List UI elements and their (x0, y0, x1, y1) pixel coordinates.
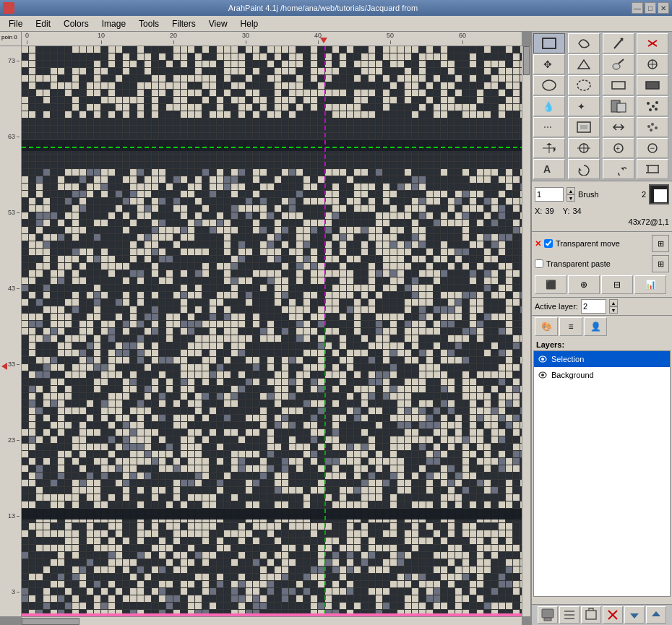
scrollbar-v-thumb[interactable] (523, 46, 530, 75)
layer-btn-4[interactable]: 📊 (634, 275, 666, 294)
layer-visibility-selection[interactable] (537, 353, 548, 365)
ruler-v-tick-43: 43 (8, 285, 20, 292)
titlebar-icon (3, 2, 14, 14)
zoom-in-tool[interactable]: + (603, 138, 634, 158)
magic-wand-tool[interactable]: ✦ (568, 96, 600, 116)
layer-icon-btn-1[interactable]: 🎨 (535, 317, 558, 336)
scrollbar-h-thumb[interactable] (22, 618, 79, 625)
svg-point-12 (577, 80, 590, 90)
layer-btn-2[interactable]: ⊕ (568, 275, 600, 294)
layers-label: Layers: (533, 339, 671, 350)
menu-item-filters[interactable]: Filters (166, 17, 202, 30)
bottom-btn-1[interactable] (538, 606, 558, 624)
layer-icon-btn-3[interactable]: 👤 (584, 317, 607, 336)
active-layer-spinbox[interactable]: 2 (581, 299, 606, 314)
maximize-button[interactable]: □ (645, 2, 656, 14)
svg-text:✥: ✥ (543, 59, 552, 70)
transparent-move-row: ✕ Transparent move ⊞ (535, 233, 669, 254)
zoom-out-tool[interactable]: − (637, 138, 668, 158)
layer-item-background[interactable]: Background (534, 367, 670, 383)
brush-size-arrows[interactable]: ▲ ▼ (567, 187, 575, 202)
move2-tool[interactable] (533, 138, 565, 158)
transparent-paste-checkbox[interactable] (535, 259, 543, 268)
menu-item-file[interactable]: File (3, 17, 28, 30)
color-swatch[interactable] (649, 184, 669, 204)
bottom-btn-6[interactable] (646, 606, 666, 624)
free-select-tool[interactable] (568, 54, 600, 74)
brush-size-row: 1 ▲ ▼ Brush 2 (535, 184, 669, 204)
ruler-h-tick-20: 20 (170, 32, 177, 44)
ellipse-tool[interactable] (533, 75, 565, 95)
brush-size-up[interactable]: ▲ (567, 187, 575, 194)
spray-tool[interactable] (637, 117, 668, 137)
lasso-select-tool[interactable] (568, 33, 600, 53)
transparent-move-checkbox[interactable] (544, 239, 553, 248)
menu-item-tools[interactable]: Tools (133, 17, 165, 30)
bottom-btn-3[interactable] (581, 606, 601, 624)
eraser-tool[interactable] (637, 33, 668, 53)
ruler-horizontal: 0102030405060 (22, 32, 522, 46)
menu-item-help[interactable]: Help (235, 17, 264, 30)
text-tool[interactable]: A (533, 159, 565, 179)
transparent-paste-icon[interactable]: ⊞ (652, 255, 669, 272)
brush-size-input[interactable]: 1 (535, 187, 564, 202)
bottom-btn-5[interactable] (624, 606, 645, 624)
flip-h-tool[interactable] (603, 117, 634, 137)
transparent-move-icon[interactable]: ⊞ (652, 235, 669, 252)
svg-rect-14 (646, 82, 659, 89)
menu-item-view[interactable]: View (203, 17, 233, 30)
scatter-tool[interactable] (637, 96, 668, 116)
menu-item-image[interactable]: Image (96, 17, 132, 30)
coords-row: X: 39 Y: 34 (535, 207, 669, 215)
select-by-color-tool[interactable] (568, 117, 600, 137)
main-area: poin 0 0102030405060 736353433323133 (0, 32, 672, 625)
scrollbar-vertical[interactable] (522, 46, 530, 616)
transparent-move-x: ✕ (535, 239, 541, 249)
svg-rect-18 (617, 103, 626, 112)
layer-btn-3[interactable]: ⊟ (601, 275, 633, 294)
shear-tool[interactable] (603, 159, 634, 179)
scrollbar-horizontal[interactable] (22, 616, 522, 625)
bottom-btn-2[interactable] (559, 606, 580, 624)
main-canvas[interactable] (22, 46, 522, 616)
close-button[interactable]: ✕ (658, 2, 669, 14)
active-layer-arrows[interactable]: ▲ ▼ (609, 299, 618, 314)
coord-y-label: Y: (563, 207, 570, 215)
ellipse2-tool[interactable] (568, 75, 600, 95)
crop-tool[interactable] (637, 159, 668, 179)
rotate-tool[interactable] (568, 159, 600, 179)
move-tool[interactable]: ✥ (533, 54, 565, 74)
minimize-button[interactable]: — (632, 2, 643, 14)
clone-tool[interactable] (637, 54, 668, 74)
transparent-section: ✕ Transparent move ⊞ Transparent paste ⊞… (532, 232, 672, 298)
brush-size-down[interactable]: ▼ (567, 194, 575, 202)
active-layer-up[interactable]: ▲ (609, 299, 618, 306)
rect-fill-tool[interactable] (637, 75, 668, 95)
rectangle-tool[interactable] (603, 75, 634, 95)
coord-y-value: 34 (572, 207, 581, 215)
menu-item-edit[interactable]: Edit (30, 17, 56, 30)
ruler-h-tick-0: 0 (25, 32, 29, 44)
menu-item-colors[interactable]: Colors (58, 17, 95, 30)
svg-marker-41 (579, 168, 582, 171)
rectangle-select-tool[interactable] (533, 33, 565, 53)
active-layer-down[interactable]: ▼ (609, 306, 618, 314)
smudge-tool[interactable] (603, 96, 634, 116)
layer-icon-btn-2[interactable]: ≡ (559, 317, 582, 336)
dimensions-value: 43x72@1,1 (629, 217, 669, 226)
pencil-tool[interactable] (603, 33, 634, 53)
layer-visibility-background[interactable] (537, 369, 548, 381)
ruler-v-tick-3: 3 (12, 588, 20, 595)
bottom-btn-4[interactable] (603, 606, 623, 624)
canvas-area: poin 0 0102030405060 736353433323133 (0, 32, 530, 625)
fill-tool[interactable]: ⋯ (533, 117, 565, 137)
layer-item-selection[interactable]: Selection (534, 351, 670, 367)
layer-btn-1[interactable]: ⬛ (535, 275, 567, 294)
svg-text:💧: 💧 (543, 100, 555, 113)
ruler-v-tick-53: 53 (8, 209, 20, 216)
paint-brush-tool[interactable] (603, 54, 634, 74)
eyedropper-tool[interactable]: 💧 (533, 96, 565, 116)
warp-tool[interactable] (568, 138, 600, 158)
canvas-wrapper[interactable] (22, 46, 522, 616)
transparent-paste-label: Transparent paste (546, 259, 611, 268)
